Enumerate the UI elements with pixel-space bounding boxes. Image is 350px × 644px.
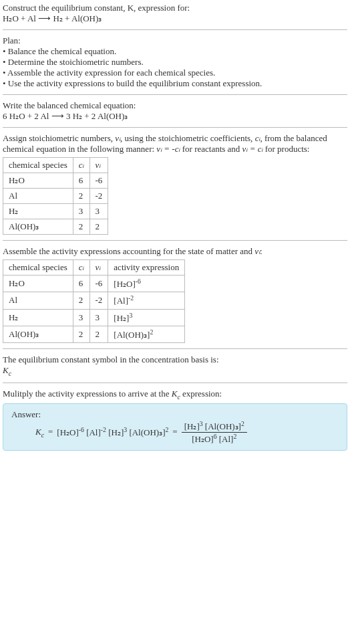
term-base: [Al(OH)₃] xyxy=(129,427,165,437)
symbol-heading: The equilibrium constant symbol in the c… xyxy=(3,354,347,365)
nu-symbol: νᵢ xyxy=(115,133,120,143)
col-nu: νᵢ xyxy=(90,260,108,276)
cell-nu: 2 xyxy=(90,326,108,342)
cell-activity: [H₂]3 xyxy=(108,309,185,326)
k-sub: c xyxy=(41,431,44,438)
cell-species: Al(OH)₃ xyxy=(3,219,73,235)
term-exp: -6 xyxy=(79,426,84,433)
term-base: [H₂] xyxy=(108,427,124,437)
stoich-table: chemical species cᵢ νᵢ H₂O 6 -6 Al 2 -2 … xyxy=(3,157,108,235)
cell-species: Al xyxy=(3,292,73,309)
expr-exp: 3 xyxy=(129,312,132,319)
answer-box: Answer: Kc = [H₂O]-6 [Al]-2 [H₂]3 [Al(OH… xyxy=(3,403,347,451)
answer-label: Answer: xyxy=(11,409,339,420)
stoich-section: Assign stoichiometric numbers, νᵢ, using… xyxy=(3,133,347,235)
stoich-text: , using the stoichiometric coefficients, xyxy=(120,133,255,143)
cell-nu: 3 xyxy=(90,309,108,326)
expr-exp: 2 xyxy=(150,328,153,336)
term-exp: 2 xyxy=(241,420,244,427)
cell-nu: 2 xyxy=(90,219,108,235)
cell-ci: 2 xyxy=(73,219,90,235)
cell-nu: -2 xyxy=(90,189,108,204)
cell-activity: [H₂O]-6 xyxy=(108,276,185,292)
table-row: Al 2 -2 xyxy=(3,189,108,204)
multiply-text: Mulitply the activity expressions to arr… xyxy=(3,389,172,399)
plan-heading: Plan: xyxy=(3,35,347,46)
cell-ci: 2 xyxy=(73,326,90,342)
divider xyxy=(3,383,347,383)
table-row: Al(OH)₃ 2 2 [Al(OH)₃]2 xyxy=(3,326,185,342)
col-species: chemical species xyxy=(3,158,73,173)
table-row: Al(OH)₃ 2 2 xyxy=(3,219,108,235)
cell-ci: 2 xyxy=(73,292,90,309)
answer-equation: Kc = [H₂O]-6 [Al]-2 [H₂]3 [Al(OH)₃]2 = [… xyxy=(11,420,339,445)
term-exp: 2 xyxy=(165,426,168,433)
table-row: H₂ 3 3 xyxy=(3,204,108,219)
cell-nu: -6 xyxy=(90,276,108,292)
balanced-heading: Write the balanced chemical equation: xyxy=(3,100,347,111)
answer-fraction: [H₂]3 [Al(OH)₃]2 [H₂O]6 [Al]2 xyxy=(182,420,247,445)
equals: = xyxy=(48,427,53,437)
table-row: H₂O 6 -6 xyxy=(3,173,108,189)
activity-section: Assemble the activity expressions accoun… xyxy=(3,246,347,343)
table-row: H₂ 3 3 [H₂]3 xyxy=(3,309,185,326)
table-row: H₂O 6 -6 [H₂O]-6 xyxy=(3,276,185,292)
col-ci: cᵢ xyxy=(73,260,90,276)
expr-base: [Al] xyxy=(114,296,128,306)
plan-bullet: • Use the activity expressions to build … xyxy=(3,78,347,89)
divider xyxy=(3,127,347,128)
cell-nu: 3 xyxy=(90,204,108,219)
col-activity: activity expression xyxy=(108,260,185,276)
expr-exp: -6 xyxy=(136,278,141,285)
expr-base: [H₂O] xyxy=(114,279,135,289)
intro-text: Construct the equilibrium constant, K, e… xyxy=(3,3,190,13)
term-base: [H₂O] xyxy=(57,427,78,437)
cell-ci: 3 xyxy=(73,204,90,219)
cell-ci: 3 xyxy=(73,309,90,326)
k-symbol: K xyxy=(3,365,9,375)
intro-equation: H₂O + Al ⟶ H₂ + Al(OH)₃ xyxy=(3,13,347,24)
term-base: [H₂O] xyxy=(192,434,213,444)
stoich-heading: Assign stoichiometric numbers, νᵢ, using… xyxy=(3,133,347,154)
answer-product: [H₂O]-6 [Al]-2 [H₂]3 [Al(OH)₃]2 xyxy=(57,426,168,438)
activity-heading: Assemble the activity expressions accoun… xyxy=(3,246,347,257)
balanced-equation: 6 H₂O + 2 Al ⟶ 3 H₂ + 2 Al(OH)₃ xyxy=(3,111,347,122)
divider xyxy=(3,240,347,241)
cell-species: H₂O xyxy=(3,276,73,292)
symbol-section: The equilibrium constant symbol in the c… xyxy=(3,354,347,377)
col-nu: νᵢ xyxy=(90,158,108,173)
expr-exp: -2 xyxy=(128,294,134,302)
cell-activity: [Al]-2 xyxy=(108,292,185,309)
cell-species: H₂ xyxy=(3,204,73,219)
divider xyxy=(3,348,347,349)
term-exp: 6 xyxy=(214,433,217,440)
activity-text: Assemble the activity expressions accoun… xyxy=(3,246,254,256)
relation: νᵢ = cᵢ xyxy=(242,144,263,154)
plan-bullet: • Balance the chemical equation. xyxy=(3,46,347,57)
term-exp: 3 xyxy=(124,426,127,433)
cell-ci: 6 xyxy=(73,276,90,292)
multiply-text: expression: xyxy=(180,389,222,399)
relation: νᵢ = -cᵢ xyxy=(156,144,180,154)
expr-base: [Al(OH)₃] xyxy=(114,330,150,340)
cell-nu: -2 xyxy=(90,292,108,309)
activity-text: : xyxy=(260,246,262,256)
divider xyxy=(3,94,347,95)
cell-species: Al(OH)₃ xyxy=(3,326,73,342)
fraction-denominator: [H₂O]6 [Al]2 xyxy=(182,433,247,445)
cell-ci: 6 xyxy=(73,173,90,189)
table-header-row: chemical species cᵢ νᵢ activity expressi… xyxy=(3,260,185,276)
term-exp: 3 xyxy=(200,420,203,427)
balanced-section: Write the balanced chemical equation: 6 … xyxy=(3,100,347,122)
nu-symbol: νᵢ xyxy=(254,246,260,256)
table-header-row: chemical species cᵢ νᵢ xyxy=(3,158,108,173)
activity-table: chemical species cᵢ νᵢ activity expressi… xyxy=(3,259,185,343)
k-symbol: K xyxy=(35,427,41,437)
answer-lhs: Kc xyxy=(35,427,44,439)
cell-species: H₂ xyxy=(3,309,73,326)
expr-base: [H₂] xyxy=(114,313,129,323)
stoich-text: Assign stoichiometric numbers, xyxy=(3,133,115,143)
stoich-text: for reactants and xyxy=(180,144,242,154)
intro-line1: Construct the equilibrium constant, K, e… xyxy=(3,3,347,13)
fraction-numerator: [H₂]3 [Al(OH)₃]2 xyxy=(182,420,247,433)
